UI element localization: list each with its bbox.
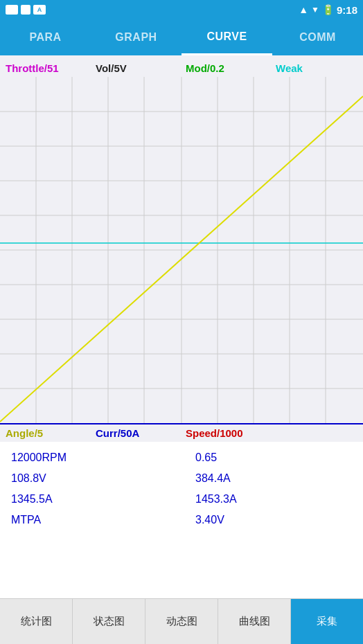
data-mtpa-value: 3.40V	[182, 510, 355, 530]
label-weak: Weak	[276, 62, 357, 74]
toolbar-btn-curve[interactable]: 曲线图	[218, 599, 291, 644]
data-current-value: 1453.3A	[182, 489, 355, 510]
toolbar-btn-collect[interactable]: 采集	[291, 599, 363, 644]
tab-curve[interactable]: CURVE	[182, 19, 272, 55]
data-mtpa-label: MTPA	[8, 510, 182, 530]
status-icons-right: ▲ ▼ 🔋 9:18	[299, 4, 357, 16]
chart-labels-bottom: Angle/5 Curr/50A Speed/1000	[0, 423, 363, 442]
data-rpm-value: 0.65	[182, 447, 355, 468]
tab-para[interactable]: PARA	[0, 19, 91, 55]
tab-graph[interactable]: GRAPH	[91, 19, 182, 55]
icon-square-1	[6, 5, 18, 15]
battery-icon: 🔋	[322, 4, 334, 15]
toolbar-btn-stats[interactable]: 统计图	[0, 599, 73, 644]
chart-grid-area	[0, 77, 363, 423]
chart-svg	[0, 77, 363, 423]
label-speed: Speed/1000	[186, 427, 357, 439]
toolbar-btn-dynamic[interactable]: 动态图	[145, 599, 218, 644]
status-icons-left: A	[6, 5, 46, 15]
label-curr: Curr/50A	[96, 427, 186, 439]
signal-icon: ▼	[311, 5, 319, 15]
chart-labels-top: Throttle/51 Vol/5V Mod/0.2 Weak	[0, 60, 363, 77]
data-rpm-label: 12000RPM	[8, 447, 182, 468]
status-bar: A ▲ ▼ 🔋 9:18	[0, 0, 363, 19]
bottom-toolbar: 统计图 状态图 动态图 曲线图 采集	[0, 598, 363, 644]
label-throttle: Throttle/51	[6, 62, 96, 74]
data-voltage-value: 384.4A	[182, 468, 355, 489]
tab-comm[interactable]: COMM	[272, 19, 363, 55]
icon-square-2	[21, 5, 30, 15]
label-mod: Mod/0.2	[186, 62, 276, 74]
data-section: 12000RPM 0.65 108.8V 384.4A 1345.5A 1453…	[0, 442, 363, 536]
icon-a: A	[33, 5, 46, 15]
toolbar-btn-status[interactable]: 状态图	[73, 599, 145, 644]
label-angle: Angle/5	[6, 427, 96, 439]
data-current-label: 1345.5A	[8, 489, 182, 510]
wifi-icon: ▲	[299, 4, 308, 15]
time-display: 9:18	[337, 4, 357, 16]
chart-section: Throttle/51 Vol/5V Mod/0.2 Weak	[0, 55, 363, 442]
label-vol: Vol/5V	[96, 62, 186, 74]
data-voltage-label: 108.8V	[8, 468, 182, 489]
nav-tabs: PARA GRAPH CURVE COMM	[0, 19, 363, 55]
